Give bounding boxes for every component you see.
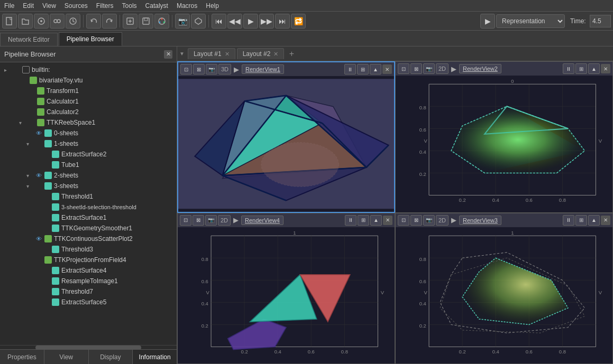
visibility-icon[interactable]: 👁 <box>41 213 51 222</box>
reset-camera-btn-3[interactable]: ⊡ <box>398 215 409 226</box>
grid-btn-3[interactable]: ⊞ <box>575 215 587 226</box>
expand-icon[interactable] <box>19 99 25 105</box>
reset-camera-btn-1[interactable]: ⊡ <box>180 64 192 74</box>
next-frame-button[interactable]: ▶▶ <box>259 14 274 29</box>
layout-tab-2-close[interactable]: ✕ <box>273 51 278 58</box>
expand-icon[interactable] <box>34 152 40 157</box>
tree-node-transform1[interactable]: 👁 Transform1 <box>0 86 177 96</box>
screenshot-btn-4[interactable]: 📷 <box>205 215 217 226</box>
tab-display[interactable]: Display <box>89 350 133 364</box>
save-geometry-button[interactable] <box>191 14 206 29</box>
expand-icon[interactable] <box>19 109 25 115</box>
render-view-4[interactable]: ⊡ ⊠ 📷 2D ▶ RenderView4 ⏸ ⊞ ▲ ✕ <box>177 213 395 365</box>
tree-node-calculator1[interactable]: 👁 Calculator1 <box>0 96 177 107</box>
grid-btn-2[interactable]: ⊞ <box>575 63 587 74</box>
reset-camera-btn-4[interactable]: ⊡ <box>180 215 191 226</box>
visibility-icon[interactable]: 👁 <box>41 150 51 159</box>
tree-node-1sheets[interactable]: ▾ 👁 1-sheets <box>0 138 177 149</box>
menu-file[interactable]: File <box>0 1 19 11</box>
expand-icon[interactable] <box>34 204 40 210</box>
visibility-icon[interactable]: 👁 <box>41 266 51 275</box>
tab-pipeline-browser[interactable]: Pipeline Browser <box>59 32 122 46</box>
expand-icon[interactable] <box>26 236 33 242</box>
save-state-button[interactable] <box>139 14 153 29</box>
pause-btn-2[interactable]: ⏸ <box>563 63 574 74</box>
visibility-icon[interactable]: 👁 <box>41 287 51 296</box>
expand-icon[interactable] <box>34 278 40 284</box>
visibility-icon[interactable]: 👁 <box>34 255 43 265</box>
close-view-1[interactable]: ✕ <box>382 64 392 74</box>
close-view-3[interactable]: ✕ <box>601 216 610 225</box>
expand-icon[interactable]: ▾ <box>19 120 25 126</box>
visibility-icon[interactable]: 👁 <box>34 171 43 180</box>
tab-network-editor[interactable]: Network Editor <box>0 33 58 46</box>
expand-icon[interactable] <box>34 194 40 200</box>
tree-node-builtin[interactable]: ▸ 👁 builtin: <box>0 64 177 75</box>
tree-node-3sheetid[interactable]: 👁 3-sheetId-selection-threshold <box>0 202 177 212</box>
tree-node-extractsurface5[interactable]: 👁 ExtractSurface5 <box>0 297 177 307</box>
tab-information[interactable]: Information <box>133 350 177 364</box>
pause-btn-3[interactable]: ⏸ <box>563 215 574 226</box>
tree-node-threshold3[interactable]: 👁 Threshold3 <box>0 244 177 255</box>
reset-camera-btn-2[interactable]: ⊡ <box>398 63 409 74</box>
more-button[interactable]: ▶ <box>480 14 495 29</box>
view-name-3[interactable]: RenderView3 <box>459 216 501 225</box>
visibility-icon[interactable]: 👁 <box>41 160 51 170</box>
expand-icon[interactable] <box>26 257 33 263</box>
h-scrollbar[interactable] <box>0 345 177 349</box>
visibility-icon[interactable]: 👁 <box>41 223 51 233</box>
layout-tab-2[interactable]: Layout #2 ✕ <box>237 48 285 59</box>
representation-select[interactable]: Representation <box>496 14 565 28</box>
menu-view[interactable]: View <box>38 1 60 11</box>
tree-node-extractsurface1[interactable]: 👁 ExtractSurface1 <box>0 212 177 223</box>
tree-node-0sheets[interactable]: 👁 0-sheets <box>0 128 177 138</box>
expand-icon[interactable]: ▾ <box>26 183 33 189</box>
visibility-icon[interactable]: 👁 <box>26 107 36 117</box>
connect-button[interactable] <box>34 14 49 29</box>
up-btn-4[interactable]: ▲ <box>370 215 382 226</box>
menu-filters[interactable]: Filters <box>92 1 118 11</box>
expand-icon[interactable] <box>26 130 33 136</box>
expand-icon[interactable] <box>34 162 40 168</box>
tree-node-ttkreebspace1[interactable]: ▾ 👁 TTKReebSpace1 <box>0 117 177 128</box>
expand-icon[interactable] <box>34 289 40 295</box>
view-arrow-3[interactable]: ▶ <box>450 216 458 224</box>
zoom-fit-btn-4[interactable]: ⊠ <box>193 215 204 226</box>
visibility-icon[interactable]: 👁 <box>34 181 43 191</box>
view-arrow-1[interactable]: ▶ <box>232 66 241 73</box>
expand-icon[interactable] <box>12 78 18 83</box>
tree-node-3sheets[interactable]: ▾ 👁 3-sheets <box>0 181 177 191</box>
zoom-fit-btn-2[interactable]: ⊠ <box>410 63 422 74</box>
expand-icon[interactable] <box>34 268 40 274</box>
close-view-2[interactable]: ✕ <box>601 64 610 73</box>
menu-sources[interactable]: Sources <box>60 1 92 11</box>
menu-edit[interactable]: Edit <box>19 1 38 11</box>
tree-node-threshold1[interactable]: 👁 Threshold1 <box>0 191 177 202</box>
new-button[interactable] <box>2 14 17 29</box>
visibility-icon[interactable]: 👁 <box>41 245 51 254</box>
tree-node-ttkgeometrysmoother1[interactable]: 👁 TTKGeometrySmoother1 <box>0 223 177 234</box>
visibility-icon[interactable]: 👁 <box>34 139 43 148</box>
tree-node-tube1[interactable]: 👁 Tube1 <box>0 160 177 170</box>
undo-button[interactable] <box>86 14 101 29</box>
layout-tab-1[interactable]: Layout #1 ✕ <box>188 48 235 59</box>
load-state-button[interactable] <box>123 14 138 29</box>
close-panel-button[interactable]: ✕ <box>164 50 172 59</box>
render-view-3[interactable]: ⊡ ⊠ 📷 2D ▶ RenderView3 ⏸ ⊞ ▲ ✕ <box>395 213 613 365</box>
visibility-icon[interactable]: 👁 <box>41 192 51 201</box>
visibility-icon[interactable]: 👁 <box>26 97 36 106</box>
tab-view[interactable]: View <box>44 350 89 364</box>
view-arrow-2[interactable]: ▶ <box>450 65 458 73</box>
visibility-icon[interactable]: 👁 <box>26 86 36 96</box>
layout-tab-1-close[interactable]: ✕ <box>225 51 230 58</box>
expand-icon[interactable]: ▾ <box>26 141 33 147</box>
tree-node-extractsurface2[interactable]: 👁 ExtractSurface2 <box>0 149 177 160</box>
visibility-icon[interactable]: 👁 <box>41 297 51 307</box>
loop-button[interactable]: 🔁 <box>291 14 306 29</box>
tree-node-extractsurface4[interactable]: 👁 ExtractSurface4 <box>0 265 177 276</box>
pause-btn-4[interactable]: ⏸ <box>345 215 356 226</box>
expand-icon[interactable] <box>34 215 40 221</box>
add-layout-tab-button[interactable]: + <box>286 48 297 60</box>
disconnect-button[interactable] <box>50 14 65 29</box>
tree-node-threshold7[interactable]: 👁 Threshold7 <box>0 286 177 297</box>
